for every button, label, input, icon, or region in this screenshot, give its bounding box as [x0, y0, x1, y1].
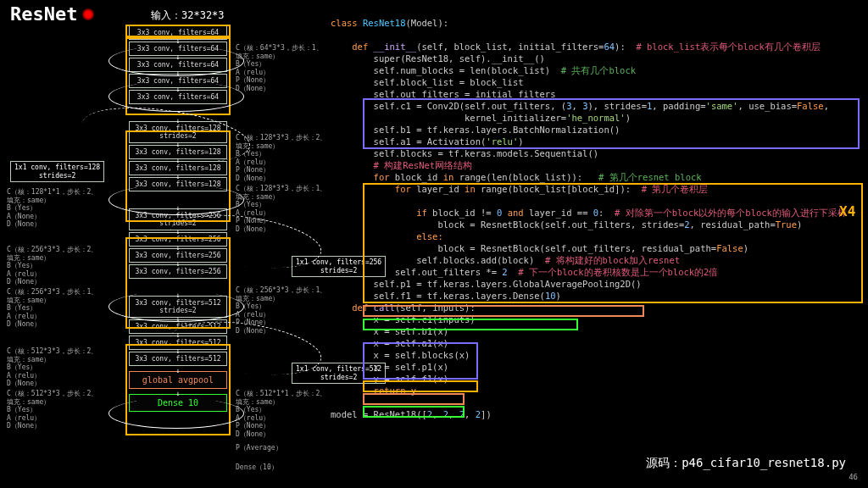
annotation: C（核：128*3*3，步长：1、 填充：same） B（Yes） A（relu… [236, 185, 326, 234]
skip-ellipse [108, 185, 244, 215]
annotation: C（核：256*3*3，步长：1、 填充：same） B（Yes） A（relu… [236, 286, 326, 336]
skip-ellipse [108, 46, 244, 76]
code-box-conv [363, 98, 860, 149]
annotation: C（核：512*1*1，步长：2、 填充：same） B（Yes） A（relu… [236, 390, 326, 439]
page-number: 46 [849, 473, 858, 481]
skip-ellipse [108, 291, 244, 322]
title-text: ResNet [10, 3, 77, 25]
x4-label: X4 [839, 203, 855, 219]
code-box-loop [363, 183, 863, 303]
group-box-initial [125, 25, 231, 37]
source-label: 源码：p46_cifar10_resnet18.py [646, 456, 846, 471]
annotation: C（核：256*3*3，步长：2、 填充：same） B（Yes） A（relu… [7, 246, 97, 286]
code-box-call-pool [363, 393, 465, 405]
annotation: C（核：64*3*3，步长：1、 填充：same） B（Yes） A（relu）… [236, 44, 323, 93]
code-box-call-blocks [363, 380, 478, 392]
annotation: Dense（10） [236, 463, 278, 472]
code-box-dense [363, 319, 578, 330]
side-conv-128: 1x1 conv, filters=128 strides=2 [10, 161, 104, 182]
annotation: C（核：512*3*3，步长：2、 填充：same） B（Yes） A（relu… [7, 390, 97, 430]
code-box-pool [363, 305, 644, 317]
record-icon [82, 8, 94, 20]
code-box-call-dense [363, 406, 465, 418]
annotation: C（核：128*1*1，步长：2、 填充：same） B（Yes） A（None… [7, 188, 97, 229]
input-label: 输入：32*32*3 [151, 8, 225, 23]
annotation: C（核：128*3*3，步长：2、 填充：same） B（Yes） A（relu… [236, 134, 326, 183]
annotation: C（核：256*3*3，步长：1、 填充：same） B（Yes） A（relu… [7, 288, 97, 329]
annotation: C（核：512*3*3，步长：2、 填充：same） B（Yes） A（relu… [7, 347, 97, 388]
code-box-call-cba [363, 342, 478, 380]
skip-ellipse [108, 398, 244, 429]
annotation: P（Average） [236, 444, 282, 452]
title: ResNet [10, 3, 94, 25]
